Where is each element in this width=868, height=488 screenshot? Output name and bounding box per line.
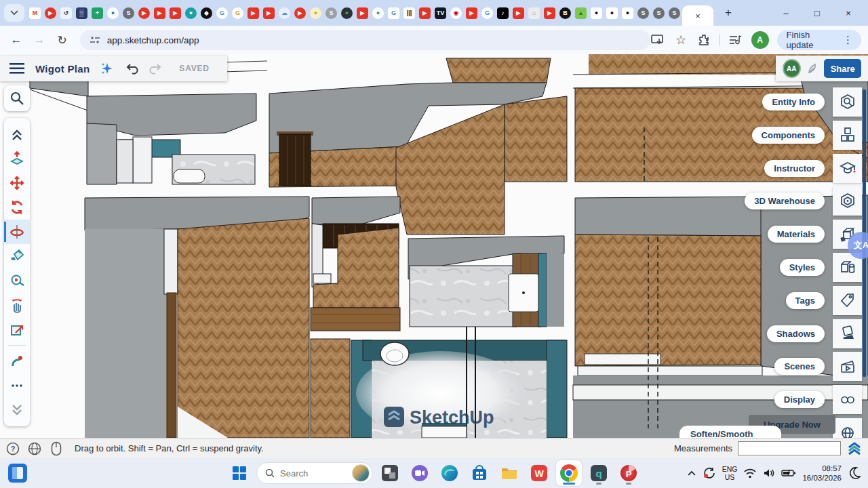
- taskbar-edge[interactable]: [437, 460, 462, 486]
- tab-youtube[interactable]: ▶: [245, 3, 261, 23]
- night-mode-moon-icon[interactable]: [848, 466, 861, 480]
- reload-button[interactable]: ↻: [53, 30, 72, 49]
- rotate-tool-button[interactable]: [4, 195, 30, 220]
- back-button[interactable]: ←: [7, 30, 26, 49]
- taskbar-chrome[interactable]: [556, 460, 582, 486]
- install-app-icon[interactable]: [650, 33, 665, 47]
- share-button[interactable]: Share: [824, 59, 861, 78]
- tab-gmail[interactable]: M: [27, 3, 43, 23]
- start-button[interactable]: [226, 460, 252, 486]
- tab-music-app[interactable]: ●: [183, 3, 199, 23]
- tray-clock[interactable]: 08:57 16/03/2026: [802, 464, 842, 483]
- feather-icon[interactable]: [807, 62, 818, 75]
- finish-update-button[interactable]: Finish update ⋮: [777, 30, 861, 50]
- push-pull-tool-button[interactable]: [4, 146, 30, 171]
- search-highlight-image[interactable]: [352, 464, 370, 482]
- tab-s-app[interactable]: S: [635, 3, 651, 23]
- user-avatar[interactable]: AA: [783, 59, 801, 78]
- paint-bucket-tool-button[interactable]: [4, 244, 30, 268]
- document-title[interactable]: Wigot Plan: [35, 63, 90, 75]
- tab-dot-app[interactable]: ●: [604, 3, 620, 23]
- minimize-button[interactable]: –: [770, 0, 802, 26]
- panel-button-tags[interactable]: [833, 286, 862, 315]
- tab-clock-app[interactable]: ●: [308, 3, 323, 23]
- tab-youtube[interactable]: ▶: [542, 3, 557, 23]
- browser-menu-icon[interactable]: ⋮: [839, 34, 857, 46]
- taskbar-microsoft-store[interactable]: [467, 460, 492, 486]
- wifi-icon[interactable]: [743, 468, 757, 479]
- tab-youtube[interactable]: ▶: [292, 3, 308, 23]
- tab-cloud-app[interactable]: ☁: [277, 3, 292, 23]
- pan-tool-button[interactable]: [4, 293, 30, 317]
- tab-youtube[interactable]: ▶: [261, 3, 277, 23]
- forward-button[interactable]: →: [30, 30, 49, 49]
- tab-youtube[interactable]: ▶: [43, 3, 58, 23]
- tab-close-icon[interactable]: ×: [695, 11, 701, 21]
- tab-youtube[interactable]: ▶: [152, 3, 167, 23]
- browser-profile-avatar[interactable]: A: [751, 31, 769, 49]
- search-tool-button[interactable]: [4, 85, 30, 111]
- reading-list-icon[interactable]: [728, 33, 743, 47]
- taskbar-chat-app[interactable]: [407, 460, 433, 486]
- tab-tiktok[interactable]: ♪: [495, 3, 511, 23]
- tab-dot-app[interactable]: ●: [620, 3, 635, 23]
- tab-s-app[interactable]: S: [667, 3, 682, 23]
- zoom-extents-tool-button[interactable]: [4, 317, 30, 342]
- model-canvas[interactable]: SketchUp: [0, 54, 868, 438]
- battery-icon[interactable]: [781, 468, 796, 478]
- tab-movie-app[interactable]: ▒: [74, 3, 90, 23]
- taskbar-file-explorer[interactable]: [496, 460, 522, 486]
- panel-button-3d-warehouse[interactable]: [833, 186, 862, 216]
- bookmark-star-icon[interactable]: ☆: [673, 33, 688, 47]
- close-button[interactable]: ×: [833, 0, 864, 26]
- language-indicator[interactable]: ENGUS: [722, 465, 738, 481]
- tab-youtube[interactable]: ▶: [417, 3, 433, 23]
- ai-sparkle-icon[interactable]: [100, 62, 114, 75]
- tab-bookmark-app[interactable]: ◆: [199, 3, 214, 23]
- tab-image-tab[interactable]: ▲: [573, 3, 589, 23]
- language-globe-icon[interactable]: [27, 441, 42, 456]
- walk-tool-button[interactable]: [4, 349, 30, 373]
- panel-button-scenes[interactable]: [833, 352, 862, 381]
- tab-youtube[interactable]: ▶: [511, 3, 526, 23]
- more-tools-tool-button[interactable]: [4, 373, 30, 398]
- taskbar-widgets-button[interactable]: [8, 464, 27, 483]
- collapse-down-tool-button[interactable]: [4, 398, 30, 422]
- active-tab[interactable]: ×: [682, 5, 713, 26]
- panel-button-display[interactable]: [833, 385, 862, 414]
- tab-bank-app[interactable]: ⌂: [526, 3, 542, 23]
- redo-icon[interactable]: [149, 62, 163, 75]
- tab-google-orange[interactable]: G: [230, 3, 245, 23]
- panel-button-soften[interactable]: [833, 418, 862, 438]
- tab-youtube[interactable]: ▶: [355, 3, 370, 23]
- main-menu-icon[interactable]: [9, 63, 24, 74]
- tab-tradingview[interactable]: TV: [433, 3, 448, 23]
- tab-dot-app[interactable]: ●: [589, 3, 604, 23]
- tape-measure-tool-button[interactable]: [4, 268, 30, 293]
- tab-google[interactable]: G: [214, 3, 230, 23]
- measurements-input[interactable]: [738, 441, 841, 455]
- tab-search-button[interactable]: [4, 4, 24, 22]
- panel-button-shadows[interactable]: [833, 319, 862, 348]
- tab-compass-app[interactable]: ●: [105, 3, 121, 23]
- tab-youtube-music[interactable]: ◉: [448, 3, 464, 23]
- tab-s-app[interactable]: S: [323, 3, 339, 23]
- help-icon[interactable]: ?: [5, 441, 20, 456]
- tab-soundbars-app[interactable]: |||: [401, 3, 417, 23]
- taskbar-snip-tool[interactable]: [377, 460, 403, 486]
- panel-button-instructor[interactable]: [833, 154, 862, 183]
- panel-button-components[interactable]: [833, 121, 862, 150]
- taskbar-wps-office[interactable]: W: [526, 460, 552, 486]
- tray-chevron-icon[interactable]: [687, 470, 696, 476]
- tab-green-app[interactable]: ●: [370, 3, 386, 23]
- maximize-button[interactable]: □: [802, 0, 833, 26]
- tab-youtube[interactable]: ▶: [464, 3, 479, 23]
- tab-sheets[interactable]: +: [90, 3, 105, 23]
- tab-google[interactable]: G: [479, 3, 495, 23]
- taskbar-search[interactable]: [256, 462, 373, 484]
- volume-icon[interactable]: [763, 468, 775, 479]
- tab-dark-app[interactable]: ●: [339, 3, 355, 23]
- taskbar-pdf-app[interactable]: P: [616, 460, 642, 486]
- tab-google[interactable]: G: [386, 3, 401, 23]
- taskbar-quillbot[interactable]: q: [586, 460, 612, 486]
